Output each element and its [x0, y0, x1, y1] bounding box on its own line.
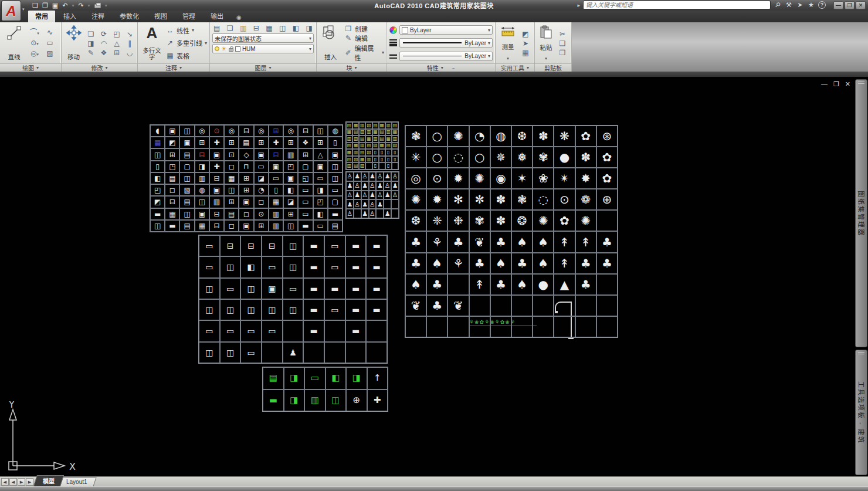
panel-label-properties[interactable]: 特性 ▾ ⌄ [387, 63, 495, 72]
minimize-button[interactable]: — [833, 1, 843, 9]
panel-label-layers[interactable]: 图层 ▾ [210, 63, 316, 72]
sheet-set-manager-palette[interactable]: 图纸集管理器 [855, 79, 867, 347]
door-window-blocks-grid[interactable]: ▤▦▥▧▤▦▥▤▦▤▧▥▦▤▥▦▥▧▤▦▥▤▦▥▤▦▥▤▧▦▤▧▦▥▤▧▯▯▯▯… [345, 121, 399, 170]
id-point-icon[interactable]: ➤ [520, 39, 531, 48]
furniture-blocks-grid[interactable]: ◖▣◫◎⊙◎⊟◎⊞◎⊟◫◍▦◩▣⊞✚⊞▤⊞✚⊞❖⊞▯◫⊞▤⊟▣⊡◇▣⊟▥⊞△▣▯… [150, 124, 343, 232]
new-file-icon[interactable]: ❏ [32, 0, 38, 11]
tab-model[interactable]: 模型 [33, 475, 64, 486]
tab-home[interactable]: 常用 [28, 10, 55, 22]
layer-freeze-icon[interactable]: ▥ [240, 24, 246, 32]
arc-tool-icon[interactable]: ⌒▾ [28, 28, 41, 38]
explode-tool-icon[interactable]: ❖ [99, 49, 109, 57]
restore-button[interactable]: ❐ [845, 1, 855, 9]
print-icon[interactable] [94, 4, 101, 8]
tree-plant-blocks-grid[interactable]: ❃○✺◔◍❆✽❋✿⊛✳○◌○✵❅✾●✽✿◎⊙✹✺◉✶❀✴✸✿✺✹✻✼✽❃◌⊙❁⊕… [405, 125, 618, 338]
save-file-icon[interactable]: ▣ [52, 0, 58, 11]
annotation-green-blocks-grid[interactable]: ▤◨▭◧◨↑▬◨▥◫⊕✚ [262, 367, 388, 412]
array-tool-icon[interactable]: ⊞ [111, 49, 122, 57]
tab-layout1[interactable]: Layout1 [57, 478, 96, 486]
paste-special-icon[interactable]: ❐ [557, 49, 568, 57]
prev-tab-button[interactable]: ◀ [9, 478, 17, 486]
erase-tool-icon[interactable]: ✎ [86, 49, 96, 57]
layer-off-icon[interactable]: ⊟ [253, 24, 259, 32]
tool-palettes-bar[interactable]: 工具选项板 - 建筑 [855, 350, 867, 475]
panel-label-utilities[interactable]: 实用工具 ▾ [496, 63, 534, 72]
open-file-icon[interactable]: ❐ [42, 0, 48, 11]
mtext-button[interactable]: A 多行文字 [140, 24, 164, 62]
offset-tool-icon[interactable]: ∥ [124, 39, 135, 48]
search-icon[interactable]: ⚲ [772, 0, 783, 11]
linetype-dropdown[interactable]: ByLayer ▾ [399, 52, 493, 61]
edit-attributes-button[interactable]: ✐ 编辑属性 ▾ [344, 43, 384, 62]
undo-icon[interactable]: ↶ [62, 0, 67, 11]
drawing-canvas[interactable]: — ❐ ✕ ⚘❀✿⚘❀⚘✿❀⚘ Y X 图纸集管理器 工具选 [0, 77, 868, 476]
print-dropdown-icon[interactable]: ▾ [105, 3, 107, 8]
close-button[interactable]: ✕ [856, 1, 866, 9]
layer-previous-icon[interactable]: ◧ [293, 24, 299, 32]
subscription-icon[interactable]: ⚒ [785, 1, 793, 9]
undo-dropdown-icon[interactable]: ▾ [72, 3, 74, 8]
people-blocks-grid[interactable]: ♙♟♙♟♙♟♙♟♙♟♙♟♙♟♙♟♙♟♙♟♙♟♙♟♙♟♙♟♙♟ [345, 171, 399, 219]
mirror-tool-icon[interactable]: ◨ [86, 39, 96, 48]
panel-launcher-icon[interactable]: ⌄ [452, 65, 456, 70]
redo-dropdown-icon[interactable]: ▾ [88, 3, 90, 8]
tab-insert[interactable]: 插入 [56, 10, 83, 22]
copy-tool-icon[interactable]: ❏ [86, 30, 96, 38]
ellipse-tool-icon[interactable]: ◎▾ [28, 49, 41, 59]
rotate-tool-icon[interactable]: ⟳ [99, 30, 109, 38]
object-color-dropdown[interactable]: ByLayer ▾ [399, 25, 493, 35]
panel-label-draw[interactable]: 绘图 ▾ [0, 63, 61, 72]
panel-label-clipboard[interactable]: 剪贴板 [535, 63, 571, 72]
stretch-tool-icon[interactable]: ◰ [111, 30, 122, 38]
tab-annotate[interactable]: 注释 [84, 10, 111, 22]
layer-isolate-icon[interactable]: ▦ [266, 24, 272, 32]
layer-properties-icon[interactable]: ▤ [213, 24, 220, 32]
hatch-tool-icon[interactable]: ▨ [43, 49, 56, 59]
vehicle-blocks-grid[interactable]: ▭⊟⊟⊟◫▬▭▬▬▭◫◧▭◫▬▭▬▬◫▭◫▣▭▬▬▬▬◫◫◫◫◫▬▭▬▬▭▭▭▭… [198, 235, 388, 364]
multileader-button[interactable]: ↗ 多重引线 ▾ [166, 38, 207, 48]
tab-output[interactable]: 输出 [204, 10, 230, 22]
move-button[interactable]: 移动 [64, 24, 83, 62]
fillet-tool-icon[interactable]: ◠ [99, 39, 109, 48]
drawing-minimize-button[interactable]: — [821, 80, 828, 88]
first-tab-button[interactable]: ◀ [1, 478, 9, 486]
quick-calc-icon[interactable]: ▦ [520, 49, 531, 57]
ribbon-extra-icon[interactable]: ◉ [236, 14, 242, 22]
help-icon[interactable]: ? [818, 1, 826, 9]
scale-tool-icon[interactable]: ↘ [124, 30, 135, 38]
cut-icon[interactable]: ✂ [557, 30, 568, 38]
chamfer-tool-icon[interactable]: ◡ [124, 49, 135, 57]
layer-dropdown[interactable]: ☀ HUM ▾ [212, 44, 314, 53]
search-flyout-icon[interactable]: ▸ [577, 2, 580, 8]
redo-icon[interactable]: ↷ [78, 0, 83, 11]
lineweight-dropdown[interactable]: ByLayer ▾ [399, 38, 493, 48]
spline-tool-icon[interactable]: ∿ [43, 28, 56, 38]
linear-dimension-button[interactable]: ↔ 线性 ▾ [166, 26, 207, 35]
line-button[interactable]: 直线 [2, 24, 26, 62]
panel-label-modify[interactable]: 修改 ▾ [62, 63, 137, 72]
layer-state-dropdown[interactable]: 未保存的图层状态 ▾ [212, 33, 314, 43]
copy-clip-icon[interactable]: ❏ [557, 39, 568, 48]
drawing-restore-button[interactable]: ❐ [833, 80, 839, 88]
layer-new-icon[interactable]: ❏ [227, 24, 233, 32]
circle-tool-icon[interactable]: ⊙▾ [28, 39, 41, 48]
panel-label-annotate[interactable]: 注释 ▾ [138, 63, 209, 72]
panel-label-block[interactable]: 块 ▾ [317, 63, 386, 72]
rectangle-tool-icon[interactable]: ▭ [43, 39, 56, 48]
create-block-button[interactable]: ❐ 创建 [344, 24, 384, 33]
insert-block-button[interactable]: 插入 [319, 24, 342, 62]
favorites-icon[interactable]: ★ [807, 1, 815, 9]
drawing-close-button[interactable]: ✕ [845, 80, 850, 88]
last-tab-button[interactable]: ▶ [26, 478, 33, 486]
quick-select-icon[interactable]: ◩ [520, 30, 531, 38]
layer-match-icon[interactable]: ◫ [279, 24, 286, 32]
tab-parametric[interactable]: 参数化 [113, 10, 146, 22]
trim-tool-icon[interactable]: △ [111, 39, 122, 48]
tab-view[interactable]: 视图 [147, 10, 174, 22]
tab-manage[interactable]: 管理 [175, 10, 202, 22]
paste-button[interactable]: 粘贴 ▾ [537, 24, 555, 62]
application-menu-button[interactable]: A [1, 1, 21, 21]
measure-button[interactable]: 测量 ▾ [498, 24, 518, 62]
table-button[interactable]: ▦ 表格 [166, 51, 207, 60]
communication-center-icon[interactable]: ➤ [796, 1, 804, 9]
